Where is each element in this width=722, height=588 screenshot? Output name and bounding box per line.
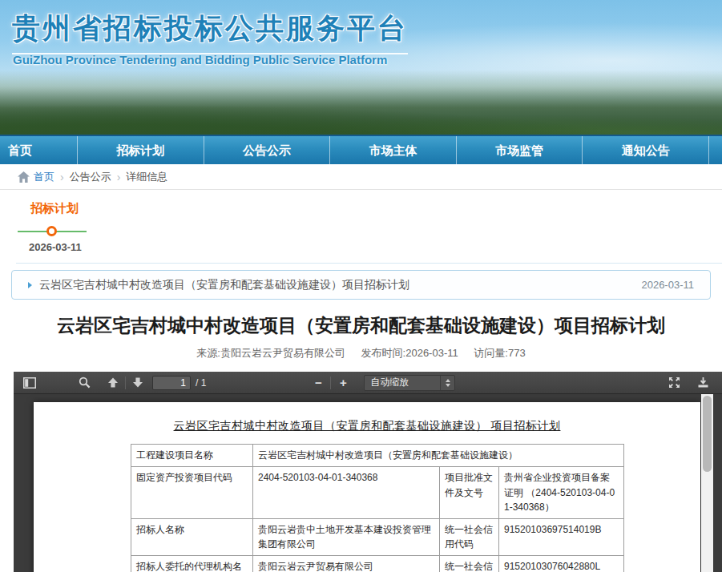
nav-item-market-entities[interactable]: 市场主体 <box>330 136 457 164</box>
pdf-table-cell: 贵州省企业投资项目备案证明 （2404-520103-04-01-340368） <box>499 466 624 518</box>
nav-item-announcements[interactable]: 公告公示 <box>204 136 331 164</box>
timeline-date: 2026-03-11 <box>29 241 722 253</box>
timeline-category-label: 招标计划 <box>30 201 722 216</box>
sidebar-toggle-icon <box>23 377 36 389</box>
page-number-input[interactable] <box>152 376 191 390</box>
pdf-scrollbar[interactable] <box>701 394 713 572</box>
notice-list-item[interactable]: 云岩区宅吉村城中村改造项目（安置房和配套基础设施建设）项目招标计划 2026-0… <box>11 270 711 300</box>
pdf-table-cell: 统一社会信用代码 <box>440 518 499 555</box>
site-banner: 贵州省招标投标公共服务平台 GuiZhou Province Tendering… <box>0 0 722 135</box>
pdf-toolbar: / 1 − + 自动缩放 <box>14 372 722 394</box>
pdf-table-cell: 91520103697514019B <box>499 518 624 555</box>
article-meta: 来源:贵阳云岩云尹贸易有限公司 发布时间:2026-03-11 访问量:773 <box>0 346 722 360</box>
pdf-table-row: 固定资产投资项目代码2404-520103-04-01-340368项目批准文件… <box>131 466 624 518</box>
home-icon <box>18 171 30 183</box>
search-icon <box>79 377 91 389</box>
select-arrows-icon <box>440 376 454 390</box>
article-source: 来源:贵阳云岩云尹贸易有限公司 <box>196 347 345 359</box>
pdf-table-row: 招标人名称贵阳云岩贵中土地开发基本建设投资管理集团有限公司统一社会信用代码915… <box>131 518 624 555</box>
notice-title: 云岩区宅吉村城中村改造项目（安置房和配套基础设施建设）项目招标计划 <box>39 278 631 292</box>
timeline-section: 招标计划 2026-03-11 <box>0 190 722 263</box>
bullet-arrow-icon <box>28 282 32 288</box>
pdf-table-cell: 2404-520103-04-01-340368 <box>253 466 440 518</box>
breadcrumb: 首页 › 公告公示 › 详细信息 <box>0 164 722 190</box>
nav-item-bidding-plan[interactable]: 招标计划 <box>78 136 204 164</box>
pdf-table-cell: 91520103076042880L <box>499 555 624 572</box>
presentation-mode-button[interactable] <box>664 374 684 392</box>
pdf-table-cell: 贵阳云岩云尹贸易有限公司 <box>253 555 440 572</box>
pdf-scrollbar-thumb[interactable] <box>703 396 712 472</box>
zoom-out-button[interactable]: − <box>309 374 328 392</box>
download-button[interactable] <box>693 374 712 392</box>
download-icon <box>697 377 709 389</box>
nav-item-market-supervision[interactable]: 市场监管 <box>457 136 583 164</box>
fullscreen-icon <box>668 377 680 389</box>
main-nav: 首页 招标计划 公告公示 市场主体 市场监管 通知公告 <box>0 135 722 164</box>
nav-item-notices[interactable]: 通知公告 <box>583 136 709 164</box>
pdf-table-row: 招标人委托的代理机构名称贵阳云岩云尹贸易有限公司统一社会信用代码91520103… <box>131 555 624 572</box>
breadcrumb-separator: › <box>60 164 64 190</box>
toolbar-separator <box>330 377 331 389</box>
zoom-in-button[interactable]: + <box>333 374 353 392</box>
timeline-node[interactable] <box>46 226 57 236</box>
pdf-table-row: 工程建设项目名称云岩区宅吉村城中村改造项目（安置房和配套基础设施建设） <box>131 445 624 467</box>
article-view-count: 访问量:773 <box>474 347 525 359</box>
search-button[interactable] <box>75 374 94 392</box>
zoom-out-icon: − <box>315 377 322 389</box>
page-down-icon <box>132 377 143 388</box>
pdf-viewport: 云岩区宅吉村城中村改造项目（安置房和配套基础设施建设） 项目招标计划 工程建设项… <box>14 394 722 572</box>
pdf-table-cell: 工程建设项目名称 <box>131 445 253 467</box>
nav-tail <box>709 136 722 164</box>
page-down-button[interactable] <box>128 374 147 392</box>
page-up-button[interactable] <box>103 374 123 392</box>
section-divider <box>16 263 722 264</box>
pdf-table-cell: 项目批准文件及文号 <box>440 466 499 518</box>
pdf-table-cell: 招标人名称 <box>131 518 253 555</box>
breadcrumb-item-current: 详细信息 <box>126 164 167 190</box>
pdf-table-cell: 统一社会信用代码 <box>440 555 499 572</box>
pdf-page: 云岩区宅吉村城中村改造项目（安置房和配套基础设施建设） 项目招标计划 工程建设项… <box>34 402 700 572</box>
nav-item-home[interactable]: 首页 <box>0 136 78 164</box>
site-title: 贵州省招标投标公共服务平台 <box>12 10 408 54</box>
pdf-table-body: 工程建设项目名称云岩区宅吉村城中村改造项目（安置房和配套基础设施建设）固定资产投… <box>131 445 624 573</box>
pdf-table-cell: 固定资产投资项目代码 <box>131 466 253 518</box>
toolbar-separator <box>125 377 126 389</box>
page-count-label: / 1 <box>196 377 206 389</box>
pdf-table-cell: 贵阳云岩贵中土地开发基本建设投资管理集团有限公司 <box>253 518 440 555</box>
zoom-mode-value: 自动缩放 <box>365 376 440 389</box>
breadcrumb-item-announcements[interactable]: 公告公示 <box>70 164 111 190</box>
pdf-document-title: 云岩区宅吉村城中村改造项目（安置房和配套基础设施建设） 项目招标计划 <box>34 419 700 433</box>
notice-date: 2026-03-11 <box>641 279 694 291</box>
zoom-mode-select[interactable]: 自动缩放 <box>364 375 455 391</box>
article-title: 云岩区宅吉村城中村改造项目（安置房和配套基础设施建设）项目招标计划 <box>22 312 700 339</box>
sidebar-toggle-button[interactable] <box>20 374 39 392</box>
pdf-table-cell: 招标人委托的代理机构名称 <box>131 555 253 572</box>
page-up-icon <box>107 377 119 388</box>
breadcrumb-separator: › <box>117 164 121 190</box>
zoom-in-icon: + <box>340 377 347 389</box>
pdf-table-cell: 云岩区宅吉村城中村改造项目（安置房和配套基础设施建设） <box>253 445 624 467</box>
article-publish-time: 发布时间:2026-03-11 <box>361 347 458 359</box>
pdf-table: 工程建设项目名称云岩区宅吉村城中村改造项目（安置房和配套基础设施建设）固定资产投… <box>131 444 624 572</box>
timeline-track <box>18 226 87 236</box>
pdf-viewer: / 1 − + 自动缩放 <box>14 372 722 572</box>
breadcrumb-link-home[interactable]: 首页 <box>34 164 54 190</box>
site-subtitle-english: GuiZhou Province Tendering and Bidding P… <box>13 53 387 66</box>
